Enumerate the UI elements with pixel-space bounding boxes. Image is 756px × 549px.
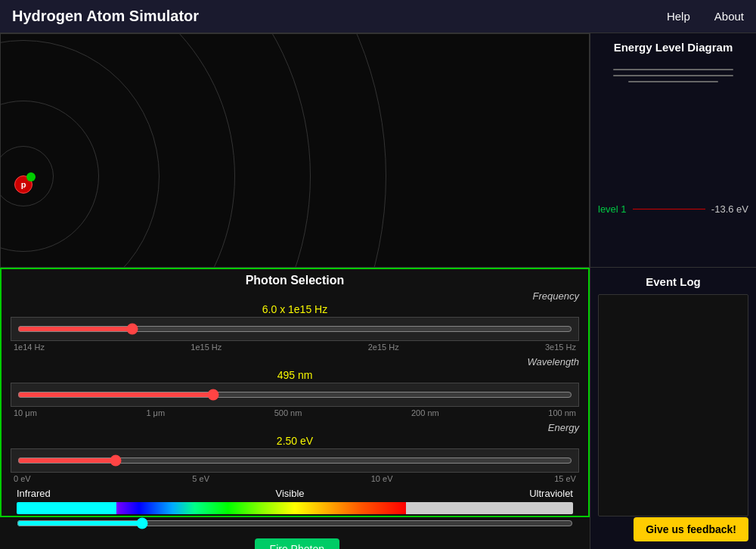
atom-panel: p Photon Selection Frequency 6.0 x 1e15 … (0, 33, 590, 549)
photon-selection: Photon Selection Frequency 6.0 x 1e15 Hz… (0, 268, 590, 517)
frequency-slider-track (11, 317, 579, 341)
main-layout: p Photon Selection Frequency 6.0 x 1e15 … (0, 33, 756, 549)
frequency-slider[interactable] (17, 323, 572, 335)
energy-lines (598, 69, 748, 82)
frequency-ticks: 1e14 Hz 1e15 Hz 2e15 Hz 3e15 Hz (11, 343, 579, 352)
wavelength-value: 495 nm (11, 369, 579, 381)
energy-slider-track (11, 448, 579, 473)
proton-label: p (21, 180, 26, 189)
spectrum-gradient (17, 502, 573, 514)
right-panel: Energy Level Diagram level 1 -13.6 eV Ev… (590, 33, 756, 549)
level1-line (633, 209, 705, 209)
wavelength-label: Wavelength (11, 356, 579, 368)
presets-bottom-row: Pα Pγ Hβ Hδ Pβ Hα Hγ Fire Photon automat… (11, 535, 579, 549)
wavelength-slider[interactable] (17, 389, 572, 401)
center-controls: Fire Photon automatic de-excitation (240, 538, 353, 549)
header: Hydrogen Atom Simulator Help About (0, 0, 756, 33)
ultraviolet-label: Ultraviolet (529, 488, 573, 499)
frequency-value: 6.0 x 1e15 Hz (11, 303, 579, 315)
energy-value: 2.50 eV (11, 435, 579, 447)
help-link[interactable]: Help (667, 10, 690, 23)
fire-photon-button[interactable]: Fire Photon (255, 538, 339, 549)
energy-line-1 (613, 69, 733, 70)
app-title: Hydrogen Atom Simulator (12, 8, 199, 25)
spectrum-slider[interactable] (17, 517, 573, 529)
photon-selection-title: Photon Selection (11, 274, 579, 287)
atom-view: p (0, 33, 590, 268)
event-log-content (598, 294, 748, 516)
event-log-panel: Event Log Clear Log (590, 268, 756, 549)
energy-label: Energy (11, 422, 579, 433)
energy-level-bottom: level 1 -13.6 eV (598, 82, 748, 215)
feedback-button[interactable]: Give us feedback! (634, 517, 748, 541)
energy-slider[interactable] (17, 454, 572, 467)
energy-line-2 (613, 75, 733, 76)
energy-section: Energy 2.50 eV 0 eV 5 eV 10 eV 15 eV (11, 422, 579, 483)
level1-label: level 1 (598, 203, 627, 215)
energy-line-3 (628, 81, 718, 82)
level1-energy: -13.6 eV (711, 203, 748, 215)
energy-level-panel: Energy Level Diagram level 1 -13.6 eV (590, 33, 756, 268)
wavelength-slider-track (11, 383, 579, 407)
event-log-title: Event Log (598, 275, 748, 288)
orbital-6 (0, 33, 386, 268)
nav-links: Help About (667, 10, 744, 23)
spectrum-slider-container (11, 517, 579, 532)
visible-label: Visible (275, 488, 304, 499)
wavelength-section: Wavelength 495 nm 10 μm 1 μm 500 nm 200 … (11, 356, 579, 417)
about-link[interactable]: About (714, 10, 744, 23)
frequency-label: Frequency (11, 290, 579, 302)
spectrum-labels: Infrared Visible Ultraviolet (11, 488, 579, 499)
infrared-label: Infrared (17, 488, 51, 499)
electron (26, 172, 36, 181)
wavelength-ticks: 10 μm 1 μm 500 nm 200 nm 100 nm (11, 408, 579, 417)
energy-level-title: Energy Level Diagram (598, 41, 748, 54)
energy-ticks: 0 eV 5 eV 10 eV 15 eV (11, 474, 579, 483)
frequency-section: Frequency 6.0 x 1e15 Hz 1e14 Hz 1e15 Hz … (11, 290, 579, 352)
